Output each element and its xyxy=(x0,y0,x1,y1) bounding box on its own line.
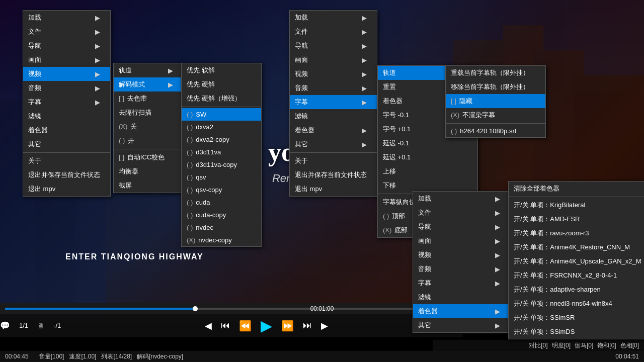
menu7-item-other[interactable]: 其它▶ xyxy=(413,318,510,332)
menu7-item-shader[interactable]: 着色器▶ xyxy=(413,304,510,318)
shader-context-menu: 加载▶ 文件▶ 导航▶ 画面▶ 视频▶ 音频▶ 字幕▶ 滤镜 着色器▶ 其它▶ xyxy=(413,191,511,333)
menu6-item-remove[interactable]: 移除当前字幕轨（限外挂） xyxy=(446,80,545,94)
menu3-item-hard[interactable]: 优先 硬解 xyxy=(182,77,261,92)
menu8-item-anime4k-upscale[interactable]: 开/关 单项：Anime4K_Upscale_GAN_x2_M xyxy=(509,254,644,268)
menu8-item-anime4k-restore[interactable]: 开/关 单项：Anime4K_Restore_CNN_M xyxy=(509,240,644,254)
menu3-item-hard-enhanced[interactable]: 优先 硬解（增强） xyxy=(182,92,261,106)
playlist-count: -/1 xyxy=(53,322,61,329)
menu7-item-nav[interactable]: 导航▶ xyxy=(413,220,510,234)
menu2-item-on[interactable]: ( )开 xyxy=(114,134,183,148)
menu2-item-deinterlace[interactable]: 去隔行扫描 xyxy=(114,106,183,120)
time-total: 00:04:51 xyxy=(615,353,639,360)
menu2-item-off[interactable]: (X)关 xyxy=(114,120,183,134)
menu7-item-screen[interactable]: 画面▶ xyxy=(413,234,510,248)
menu6-item-no-render[interactable]: (X)不渲染字幕 xyxy=(446,108,545,122)
menu3-item-nvdec-copy[interactable]: (X)nvdec-copy xyxy=(182,234,261,246)
menu4-item-other[interactable]: 其它▶ xyxy=(290,137,377,151)
menu7-item-load[interactable]: 加载▶ xyxy=(413,192,510,206)
menu4-item-shader[interactable]: 着色器▶ xyxy=(290,123,377,137)
main-context-menu: 加载▶ 文件▶ 导航▶ 画面▶ 视频▶ 音频▶ 字幕▶ 滤镜 着色器 其它 关于… xyxy=(23,10,111,197)
menu3-item-d3d11va-copy[interactable]: ( )d3d11va-copy xyxy=(182,158,261,171)
fast-forward-button[interactable]: ⏩ xyxy=(281,320,294,332)
menu1-item-subtitle[interactable]: 字幕▶ xyxy=(23,95,110,109)
skip-forward-button[interactable]: ⏭ xyxy=(303,320,312,331)
chat-count: 1/1 xyxy=(19,322,28,329)
skip-back-button[interactable]: ⏮ xyxy=(221,320,230,331)
menu2-item-track[interactable]: 轨道▶ xyxy=(114,63,183,77)
menu7-item-file[interactable]: 文件▶ xyxy=(413,206,510,220)
menu4-item-quit[interactable]: 退出 mpv xyxy=(290,182,377,196)
menu3-item-qsv-copy[interactable]: ( )qsv-copy xyxy=(182,184,261,196)
chat-bubble-icon: 💬 xyxy=(0,321,10,330)
menu4-item-subtitle[interactable]: 字幕▶ xyxy=(290,95,377,109)
menu3-item-qsv[interactable]: ( )qsv xyxy=(182,171,261,184)
menu5-item-delay-minus[interactable]: 延迟 -0.1 xyxy=(378,136,477,150)
menu3-item-d3d11va[interactable]: ( )d3d11va xyxy=(182,146,261,158)
menu8-item-nnedi3[interactable]: 开/关 单项：nnedi3-nns64-win8x4 xyxy=(509,297,644,311)
status-speed: 速度[1.00] xyxy=(69,352,96,361)
gamma-label: 伽马[0] xyxy=(575,341,593,350)
menu8-item-ravu[interactable]: 开/关 单项：ravu-zoom-r3 xyxy=(509,226,644,240)
menu2-item-icc[interactable]: [ ]自动ICC校色 xyxy=(114,150,183,164)
menu1-item-nav[interactable]: 导航▶ xyxy=(23,39,110,53)
menu1-item-file[interactable]: 文件▶ xyxy=(23,25,110,39)
status-playlist: 列表[14/28] xyxy=(101,352,132,361)
menu3-item-sw[interactable]: ( )SW xyxy=(182,108,261,121)
prev-chapter-button[interactable]: ◀ xyxy=(205,320,212,331)
menu4-item-audio[interactable]: 音频▶ xyxy=(290,81,377,95)
menu1-item-video[interactable]: 视频▶ xyxy=(23,67,110,81)
status-volume: 音量[100] xyxy=(39,352,64,361)
next-chapter-button[interactable]: ▶ xyxy=(321,320,328,331)
menu4-item-filter[interactable]: 滤镜 xyxy=(290,109,377,123)
menu8-item-krig[interactable]: 开/关 单项：KrigBilateral xyxy=(509,198,644,212)
menu1-item-screen[interactable]: 画面▶ xyxy=(23,53,110,67)
controls-bar: 💬 1/1 🖥 -/1 ◀ ⏮ ⏪ ▶ ⏩ ⏭ ▶ xyxy=(0,314,463,337)
menu1-item-other[interactable]: 其它 xyxy=(23,137,110,151)
menu1-item-quit[interactable]: 退出 mpv xyxy=(23,182,110,196)
menu7-item-audio[interactable]: 音频▶ xyxy=(413,262,510,276)
menu5-item-move-down[interactable]: 下移 xyxy=(378,178,477,193)
menu8-item-clear[interactable]: 清除全部着色器 xyxy=(509,182,644,196)
menu3-item-soft[interactable]: 优先 软解 xyxy=(182,63,261,77)
menu7-item-subtitle[interactable]: 字幕▶ xyxy=(413,276,510,290)
menu4-item-load[interactable]: 加载▶ xyxy=(290,11,377,25)
menu2-item-deband[interactable]: [ ]去色带 xyxy=(114,92,183,106)
menu4-item-nav[interactable]: 导航▶ xyxy=(290,39,377,53)
menu7-item-video[interactable]: 视频▶ xyxy=(413,248,510,262)
menu1-item-shader[interactable]: 着色器 xyxy=(23,123,110,137)
menu2-item-screenshot[interactable]: 截屏 xyxy=(114,178,183,193)
menu8-item-adaptive[interactable]: 开/关 单项：adaptive-sharpen xyxy=(509,283,644,297)
menu1-item-about[interactable]: 关于 xyxy=(23,154,110,168)
menu3-item-dxva2-copy[interactable]: ( )dxva2-copy xyxy=(182,133,261,146)
menu3-item-cuda[interactable]: ( )cuda xyxy=(182,196,261,209)
menu6-item-reload[interactable]: 重载当前字幕轨（限外挂） xyxy=(446,66,545,80)
menu8-item-ssimsDS[interactable]: 开/关 单项：SSimDS xyxy=(509,325,644,339)
menu3-item-nvdec[interactable]: ( )nvdec xyxy=(182,221,261,234)
progress-handle[interactable] xyxy=(193,306,198,311)
menu1-item-load[interactable]: 加载▶ xyxy=(23,11,110,25)
subtitle-context-menu: 加载▶ 文件▶ 导航▶ 画面▶ 视频▶ 音频▶ 字幕▶ 滤镜 着色器▶ 其它▶ … xyxy=(289,10,377,197)
menu4-item-save-exit[interactable]: 退出并保存当前文件状态 xyxy=(290,168,377,182)
menu6-item-hide[interactable]: [ ]隐藏 xyxy=(446,94,545,108)
menu1-item-audio[interactable]: 音频▶ xyxy=(23,81,110,95)
menu1-item-save-exit[interactable]: 退出并保存当前文件状态 xyxy=(23,168,110,182)
menu4-item-about[interactable]: 关于 xyxy=(290,154,377,168)
rewind-button[interactable]: ⏪ xyxy=(239,320,252,332)
menu4-item-video[interactable]: 视频▶ xyxy=(290,67,377,81)
menu5-item-delay-plus[interactable]: 延迟 +0.1 xyxy=(378,150,477,164)
menu4-item-file[interactable]: 文件▶ xyxy=(290,25,377,39)
menu8-item-amdfsr[interactable]: 开/关 单项：AMD-FSR xyxy=(509,212,644,226)
menu5-item-move-up[interactable]: 上移 xyxy=(378,164,477,178)
menu7-item-filter[interactable]: 滤镜 xyxy=(413,290,510,304)
adjust-bar: 对比[0] 明度[0] 伽马[0] 饱和[0] 色相[0] xyxy=(433,340,644,351)
menu3-item-cuda-copy[interactable]: ( )cuda-copy xyxy=(182,209,261,221)
menu8-item-ssimsR[interactable]: 开/关 单项：SSimSR xyxy=(509,311,644,325)
menu2-item-decode[interactable]: 解码模式▶ xyxy=(114,77,183,92)
menu6-item-srt[interactable]: ( )h264 420 1080p.srt xyxy=(446,125,545,137)
menu2-item-equalizer[interactable]: 均衡器 xyxy=(114,164,183,178)
menu1-item-filter[interactable]: 滤镜 xyxy=(23,109,110,123)
menu8-item-fsrcnnx[interactable]: 开/关 单项：FSRCNNX_x2_8-0-4-1 xyxy=(509,268,644,283)
menu3-item-dxva2[interactable]: ( )dxva2 xyxy=(182,121,261,133)
play-button[interactable]: ▶ xyxy=(261,317,272,334)
menu4-item-screen[interactable]: 画面▶ xyxy=(290,53,377,67)
